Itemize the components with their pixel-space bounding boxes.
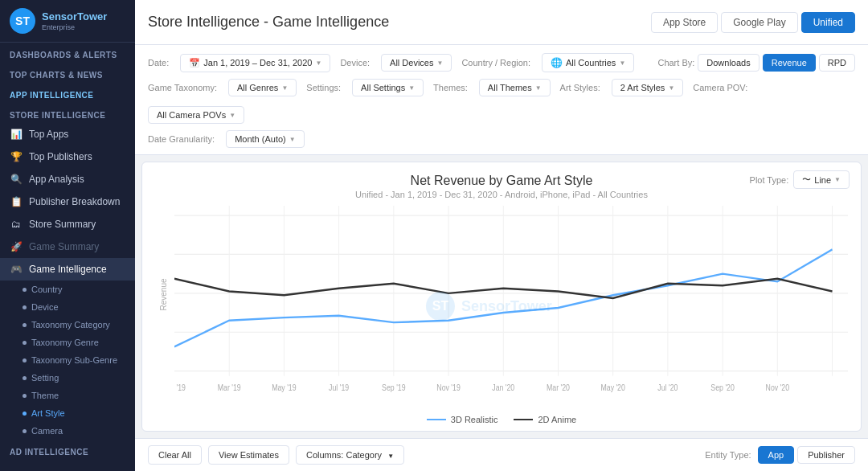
filters-area: Date: 📅 Jan 1, 2019 – Dec 31, 2020 ▼ Dev…	[135, 45, 868, 155]
art-styles-value: 2 Art Styles	[620, 83, 665, 92]
device-label: Device:	[340, 58, 370, 68]
dot-icon	[23, 305, 27, 309]
chart-svg-wrapper: Revenue ST SensorTower 0	[142, 203, 861, 410]
tab-app-store[interactable]: App Store	[651, 12, 718, 33]
top-bar: Store Intelligence - Game Intelligence A…	[135, 0, 868, 45]
top-apps-icon: 📊	[10, 129, 23, 140]
caret-icon: ▼	[408, 84, 415, 92]
themes-filter[interactable]: All Themes ▼	[479, 79, 551, 96]
sidebar-item-store-summary[interactable]: 🗂 Store Summary	[0, 213, 135, 236]
game-summary-icon: 🚀	[10, 241, 23, 252]
svg-text:Mar '20: Mar '20	[547, 383, 570, 392]
dot-icon	[23, 376, 27, 380]
camera-pov-value: All Camera POVs	[157, 110, 226, 120]
dot-icon	[23, 288, 27, 292]
section-app-intelligence[interactable]: APP INTELLIGENCE	[0, 83, 135, 103]
device-filter[interactable]: All Devices ▼	[381, 54, 452, 72]
columns-button[interactable]: Columns: Category ▼	[296, 445, 404, 465]
sidebar-item-top-apps[interactable]: 📊 Top Apps	[0, 123, 135, 145]
chart-legend: 3D Realistic 2D Anime	[142, 410, 861, 431]
legend-label-2d: 2D Anime	[538, 415, 576, 424]
section-top-charts[interactable]: TOP CHARTS & NEWS	[0, 63, 135, 83]
game-taxonomy-value: All Genres	[237, 83, 278, 92]
sidebar: ST SensorTower Enterprise DASHBOARDS & A…	[0, 0, 135, 471]
section-store-intelligence[interactable]: STORE INTELLIGENCE	[0, 103, 135, 123]
y-axis-label: Revenue	[159, 278, 168, 310]
logo-icon: ST	[10, 8, 35, 34]
date-label: Date:	[148, 58, 169, 68]
chart-by-label: Chart By:	[657, 58, 694, 68]
sidebar-item-publisher-breakdown[interactable]: 📋 Publisher Breakdown	[0, 190, 135, 213]
line-chart-icon: 〜	[802, 174, 811, 186]
camera-pov-label: Camera POV:	[693, 83, 747, 92]
sidebar-item-app-analysis[interactable]: 🔍 App Analysis	[0, 168, 135, 190]
sidebar-item-label: Game Summary	[29, 241, 99, 252]
entity-publisher-button[interactable]: Publisher	[797, 446, 855, 464]
sub-item-taxonomy-genre[interactable]: Taxonomy Genre	[0, 334, 135, 351]
svg-text:May '19: May '19	[272, 383, 297, 392]
date-granularity-filter[interactable]: Month (Auto) ▼	[226, 130, 305, 148]
publisher-breakdown-icon: 📋	[10, 196, 23, 207]
settings-filter[interactable]: All Settings ▼	[352, 79, 424, 96]
art-styles-filter[interactable]: 2 Art Styles ▼	[612, 79, 684, 96]
view-estimates-button[interactable]: View Estimates	[208, 445, 289, 465]
date-filter[interactable]: 📅 Jan 1, 2019 – Dec 31, 2020 ▼	[180, 54, 330, 72]
section-dashboards[interactable]: DASHBOARDS & ALERTS	[0, 43, 135, 63]
chart-by-revenue[interactable]: Revenue	[763, 54, 816, 72]
logo-text: SensorTower Enterprise	[42, 10, 107, 31]
game-taxonomy-label: Game Taxonomy:	[148, 83, 217, 92]
sidebar-item-label: Store Summary	[29, 219, 96, 230]
bottom-right-entity: Entity Type: App Publisher	[705, 446, 855, 464]
tab-google-play[interactable]: Google Play	[721, 12, 797, 33]
game-taxonomy-filter[interactable]: All Genres ▼	[228, 79, 297, 96]
svg-text:May '20: May '20	[600, 383, 625, 392]
svg-text:Jan '20: Jan '20	[492, 383, 514, 392]
plot-type-button[interactable]: 〜 Line ▼	[793, 170, 850, 189]
sidebar-item-label: Top Publishers	[29, 151, 92, 162]
filter-row-1: Date: 📅 Jan 1, 2019 – Dec 31, 2020 ▼ Dev…	[148, 53, 855, 72]
caret-icon: ▼	[387, 453, 394, 460]
top-publishers-icon: 🏆	[10, 151, 23, 162]
clear-all-button[interactable]: Clear All	[148, 445, 202, 465]
sidebar-item-top-publishers[interactable]: 🏆 Top Publishers	[0, 145, 135, 168]
legend-line-2d	[514, 419, 533, 420]
country-filter[interactable]: 🌐 All Countries ▼	[542, 53, 634, 72]
sub-item-theme[interactable]: Theme	[0, 387, 135, 404]
filter-row-2: Game Taxonomy: All Genres ▼ Settings: Al…	[148, 79, 855, 124]
themes-value: All Themes	[488, 83, 532, 92]
date-value: Jan 1, 2019 – Dec 31, 2020	[203, 58, 312, 68]
section-ad-intelligence[interactable]: AD INTELLIGENCE	[0, 440, 135, 460]
globe-icon: 🌐	[551, 57, 563, 68]
chart-by-rpd[interactable]: RPD	[819, 54, 855, 72]
sub-item-taxonomy-subgenre[interactable]: Taxonomy Sub-Genre	[0, 351, 135, 369]
caret-icon: ▼	[436, 59, 443, 67]
sidebar-item-game-intelligence[interactable]: 🎮 Game Intelligence	[0, 258, 135, 281]
entity-app-button[interactable]: App	[758, 446, 795, 464]
sub-item-country[interactable]: Country	[0, 281, 135, 298]
app-analysis-icon: 🔍	[10, 174, 23, 185]
caret-icon: ▼	[281, 84, 288, 92]
sub-item-art-style[interactable]: Art Style	[0, 404, 135, 422]
sub-item-camera[interactable]: Camera	[0, 422, 135, 440]
chart-title: Net Revenue by Game Art Style	[155, 174, 848, 188]
caret-icon: ▼	[834, 176, 841, 183]
art-styles-label: Art Styles:	[560, 83, 600, 92]
camera-pov-filter[interactable]: All Camera POVs ▼	[148, 106, 244, 124]
caret-icon: ▼	[229, 112, 235, 119]
dot-icon	[23, 429, 27, 433]
tab-unified[interactable]: Unified	[801, 12, 855, 33]
date-granularity-label: Date Granularity:	[148, 134, 215, 144]
plot-type-label: Plot Type:	[750, 175, 789, 185]
chart-by-downloads[interactable]: Downloads	[698, 54, 759, 72]
sub-item-device[interactable]: Device	[0, 298, 135, 316]
sub-item-setting[interactable]: Setting	[0, 369, 135, 387]
svg-text:Sep '20: Sep '20	[710, 383, 735, 392]
calendar-icon: 📅	[189, 58, 200, 68]
columns-label: Columns: Category	[306, 450, 382, 460]
watermark: ST SensorTower	[426, 292, 552, 321]
bottom-bar: Clear All View Estimates Columns: Catego…	[135, 438, 868, 471]
device-value: All Devices	[390, 58, 433, 68]
sidebar-item-game-summary[interactable]: 🚀 Game Summary	[0, 236, 135, 258]
svg-text:Jul '19: Jul '19	[329, 383, 350, 392]
sub-item-taxonomy-category[interactable]: Taxonomy Category	[0, 316, 135, 334]
